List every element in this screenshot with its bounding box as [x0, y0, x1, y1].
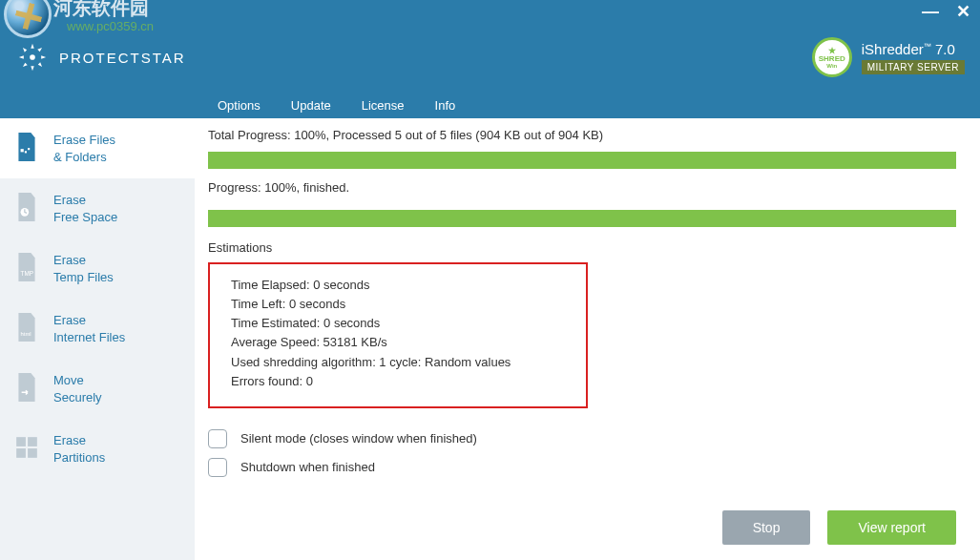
sidebar-item-erase-partitions[interactable]: Erase Partitions	[0, 419, 195, 479]
total-progress-text: Total Progress: 100%, Processed 5 out of…	[208, 128, 956, 142]
menu-update[interactable]: Update	[291, 98, 331, 113]
partitions-icon	[13, 432, 40, 463]
menu-license[interactable]: License	[362, 98, 405, 113]
progress-bar	[208, 210, 956, 227]
header-right: ★ SHRED Win iShredder™ 7.0 MILITARY SERV…	[812, 37, 965, 77]
silent-mode-row: Silent mode (closes window when finished…	[208, 429, 956, 448]
stop-button[interactable]: Stop	[722, 510, 811, 545]
move-securely-icon	[13, 372, 40, 403]
sidebar-item-free-space[interactable]: Erase Free Space	[0, 178, 195, 239]
svg-text:html: html	[21, 331, 31, 337]
menu-info[interactable]: Info	[435, 98, 456, 113]
errors-found: Errors found: 0	[231, 372, 565, 391]
svg-rect-3	[28, 148, 30, 150]
estimations-box: Time Elapsed: 0 seconds Time Left: 0 sec…	[208, 262, 588, 408]
svg-rect-2	[25, 151, 27, 153]
free-space-icon	[13, 192, 40, 222]
time-elapsed: Time Elapsed: 0 seconds	[231, 276, 565, 295]
product-version: 7.0	[931, 41, 955, 57]
sidebar-item-erase-files[interactable]: Erase Files & Folders	[0, 118, 195, 178]
shred-badge-icon: ★ SHRED Win	[812, 37, 852, 77]
brand-text: PROTECTSTAR	[59, 50, 186, 66]
product-tm: ™	[924, 42, 931, 51]
temp-files-icon: TMP	[13, 252, 40, 282]
svg-rect-7	[16, 438, 26, 447]
menubar: Options Update License Info	[0, 92, 980, 118]
body: Erase Files & Folders Erase Free Space T…	[0, 118, 980, 560]
internet-files-icon: html	[13, 312, 40, 342]
svg-rect-8	[28, 438, 37, 447]
shredding-algorithm: Used shredding algorithm: 1 cycle: Rando…	[231, 353, 565, 372]
sidebar-item-label: Move Securely	[53, 372, 102, 405]
titlebar: — ✕	[0, 0, 980, 23]
sidebar-item-move-securely[interactable]: Move Securely	[0, 359, 195, 419]
minimize-button[interactable]: —	[922, 3, 939, 20]
shutdown-checkbox[interactable]	[208, 458, 227, 477]
svg-rect-9	[16, 449, 26, 459]
right-edge	[970, 118, 980, 560]
menu-options[interactable]: Options	[218, 98, 261, 113]
shutdown-row: Shutdown when finished	[208, 458, 956, 477]
silent-mode-checkbox[interactable]	[208, 429, 227, 448]
shutdown-label: Shutdown when finished	[240, 460, 375, 474]
footer-buttons: Stop View report	[722, 510, 956, 545]
main-panel: Total Progress: 100%, Processed 5 out of…	[195, 118, 970, 560]
sidebar-item-label: Erase Free Space	[53, 192, 117, 225]
sidebar-item-internet-files[interactable]: html Erase Internet Files	[0, 299, 195, 359]
sidebar-item-label: Erase Temp Files	[53, 252, 114, 285]
sidebar-item-label: Erase Internet Files	[53, 312, 125, 345]
sidebar-item-temp-files[interactable]: TMP Erase Temp Files	[0, 239, 195, 299]
sidebar: Erase Files & Folders Erase Free Space T…	[0, 118, 195, 560]
progress-text: Progress: 100%, finished.	[208, 180, 956, 195]
sidebar-item-label: Erase Files & Folders	[53, 132, 115, 165]
options-group: Silent mode (closes window when finished…	[208, 429, 956, 487]
product-name: iShredder	[862, 41, 924, 57]
brand-logo-icon	[15, 40, 50, 74]
svg-text:TMP: TMP	[21, 270, 34, 277]
time-left: Time Left: 0 seconds	[231, 295, 565, 314]
estimations-heading: Estimations	[208, 240, 956, 255]
close-button[interactable]: ✕	[956, 3, 970, 20]
sidebar-item-label: Erase Partitions	[53, 432, 105, 466]
svg-point-0	[30, 54, 35, 60]
brand: PROTECTSTAR	[15, 40, 186, 74]
average-speed: Average Speed: 53181 KB/s	[231, 333, 565, 352]
total-progress-bar	[208, 152, 956, 169]
time-estimated: Time Estimated: 0 seconds	[231, 314, 565, 333]
app-header: PROTECTSTAR 河东软件园 www.pc0359.cn ★ SHRED …	[0, 23, 980, 92]
product-title-box: iShredder™ 7.0 MILITARY SERVER	[862, 41, 965, 74]
svg-rect-1	[21, 149, 24, 152]
silent-mode-label: Silent mode (closes window when finished…	[240, 431, 477, 446]
svg-rect-10	[28, 449, 37, 459]
view-report-button[interactable]: View report	[827, 510, 956, 545]
files-folders-icon	[13, 132, 40, 162]
product-subtitle: MILITARY SERVER	[862, 60, 965, 74]
